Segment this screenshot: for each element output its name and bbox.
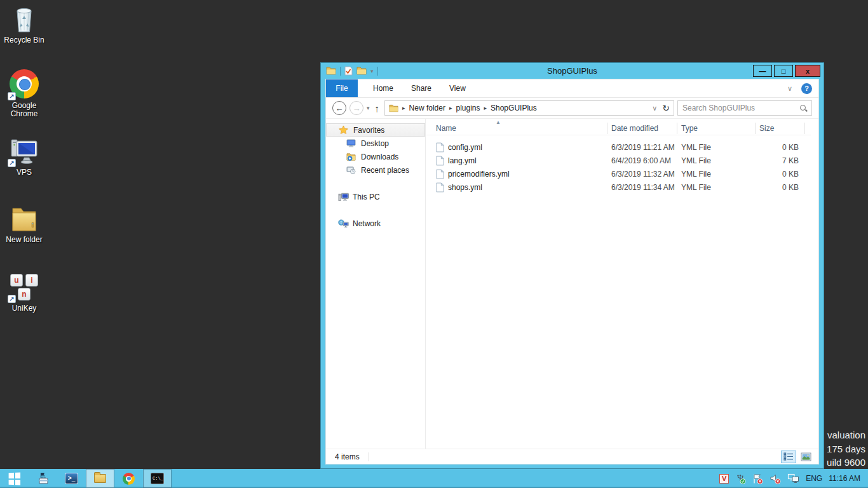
separator — [377, 67, 378, 76]
file-row[interactable]: config.yml 6/3/2019 11:21 AM YML File 0 … — [426, 140, 818, 154]
file-size: 0 KB — [756, 143, 805, 152]
breadcrumb[interactable]: ▸ New folder ▸ plugins ▸ ShopGUIPlus ∨ ↻ — [384, 100, 674, 116]
file-date: 6/3/2019 11:32 AM — [607, 170, 677, 179]
nav-item-recent-places[interactable]: Recent places — [326, 163, 425, 177]
expand-ribbon-icon[interactable]: ∨ — [787, 85, 792, 93]
network-status-icon[interactable] — [787, 473, 799, 484]
items-count: 4 items — [335, 452, 360, 461]
file-name: lang.yml — [448, 156, 477, 165]
ribbon-tab-share[interactable]: Share — [402, 79, 440, 97]
desktop-icon-vps[interactable]: ↗ VPS — [1, 136, 48, 177]
start-button[interactable] — [0, 469, 29, 488]
file-size: 7 KB — [756, 156, 805, 165]
column-header-type[interactable]: Type — [677, 123, 756, 134]
network-icon — [338, 219, 349, 228]
taskbar-command-prompt[interactable]: C:\_ — [143, 469, 172, 488]
search-input[interactable] — [682, 104, 799, 112]
chrome-icon: ↗ — [9, 69, 39, 100]
details-view-button[interactable] — [781, 451, 796, 463]
breadcrumb-arrow-icon: ▸ — [402, 105, 405, 111]
desktop-icon-unikey[interactable]: u i n ↗ UniKey — [1, 272, 48, 313]
language-indicator[interactable]: ENG — [806, 474, 822, 483]
column-header-date-modified[interactable]: Date modified — [607, 123, 677, 134]
desktop-icon-label: UniKey — [1, 304, 48, 313]
minimize-button[interactable]: — — [753, 65, 772, 77]
nav-item-favorites[interactable]: Favorites — [326, 123, 425, 137]
nav-item-this-pc[interactable]: This PC — [326, 190, 425, 203]
breadcrumb-segment[interactable]: ShopGUIPlus — [491, 104, 537, 112]
file-icon — [436, 142, 444, 152]
ribbon-tab-view[interactable]: View — [440, 79, 475, 97]
breadcrumb-segment[interactable]: New folder — [409, 104, 445, 112]
powershell-icon: >_ — [65, 473, 78, 484]
breadcrumb-segment[interactable]: plugins — [456, 104, 480, 112]
sort-ascending-icon: ▲ — [496, 119, 501, 125]
file-name: shops.yml — [448, 183, 482, 192]
file-date: 6/3/2019 11:21 AM — [607, 143, 677, 152]
recent-locations-dropdown-icon[interactable]: ▾ — [367, 105, 370, 111]
refresh-icon[interactable]: ↻ — [662, 103, 670, 113]
taskbar-chrome[interactable] — [114, 469, 143, 488]
star-icon — [339, 125, 349, 135]
file-row[interactable]: lang.yml 6/4/2019 6:00 AM YML File 7 KB — [426, 154, 818, 167]
title-bar[interactable]: ▾ ShopGUIPlus — □ x — [321, 63, 824, 79]
help-icon[interactable]: ? — [801, 83, 812, 94]
file-icon — [436, 182, 444, 193]
quick-access-toolbar: ▾ — [326, 66, 378, 76]
folder-icon — [9, 203, 39, 234]
file-explorer-icon — [94, 474, 106, 483]
ribbon-tab-file[interactable]: File — [326, 79, 358, 97]
ribbon-tab-home[interactable]: Home — [364, 79, 402, 97]
file-type: YML File — [677, 143, 756, 152]
windows-evaluation-watermark: valuation 175 days uild 9600 — [827, 428, 865, 470]
nav-item-downloads[interactable]: Downloads — [326, 150, 425, 163]
search-icon[interactable] — [799, 104, 807, 112]
file-date: 6/3/2019 11:34 AM — [607, 183, 677, 192]
thumbnail-view-button[interactable] — [798, 451, 813, 463]
properties-icon[interactable] — [344, 66, 353, 76]
caption-buttons: — □ x — [753, 65, 820, 77]
nav-item-network[interactable]: Network — [326, 217, 425, 230]
customize-qat-dropdown-icon[interactable]: ▾ — [370, 68, 374, 74]
window-body: File Home Share View ∨ ? ← → ▾ ↑ ▸ New f… — [325, 79, 819, 464]
clock[interactable]: 11:16 AM — [829, 474, 860, 483]
file-row[interactable]: shops.yml 6/3/2019 11:34 AM YML File 0 K… — [426, 180, 818, 194]
file-row[interactable]: pricemodifiers.yml 6/3/2019 11:32 AM YML… — [426, 167, 818, 180]
maximize-button[interactable]: □ — [774, 65, 793, 77]
desktop-icon-label: VPS — [1, 168, 48, 177]
address-folder-icon — [389, 104, 398, 112]
action-center-flag-icon[interactable] — [752, 473, 763, 484]
column-header-size[interactable]: Size — [756, 123, 805, 134]
desktop-icon-new-folder[interactable]: New folder — [1, 203, 48, 244]
address-dropdown-icon[interactable]: ∨ — [652, 104, 657, 112]
taskbar-file-explorer[interactable] — [86, 469, 114, 488]
back-button[interactable]: ← — [332, 101, 346, 115]
breadcrumb-arrow-icon: ▸ — [484, 105, 487, 111]
file-list: ▲ Name Date modified Type Size config.ym… — [426, 119, 818, 449]
close-button[interactable]: x — [795, 65, 820, 77]
window-title: ShopGUIPlus — [321, 66, 824, 76]
nav-item-desktop[interactable]: Desktop — [326, 137, 425, 150]
desktop-icon-google-chrome[interactable]: ↗ Google Chrome — [1, 69, 48, 118]
search-box[interactable] — [677, 100, 812, 116]
volume-muted-icon[interactable] — [770, 473, 781, 484]
column-header-name[interactable]: Name — [426, 123, 607, 134]
up-button[interactable]: ↑ — [373, 103, 382, 114]
file-type: YML File — [677, 183, 756, 192]
file-type: YML File — [677, 156, 756, 165]
new-folder-icon[interactable] — [356, 67, 367, 75]
downloads-icon — [346, 152, 357, 161]
desktop-icon-recycle-bin[interactable]: Recycle Bin — [1, 4, 48, 44]
taskbar-server-manager[interactable] — [29, 469, 57, 488]
usb-safely-remove-icon[interactable] — [735, 473, 746, 484]
system-tray: V ENG 11:16 AM — [719, 469, 868, 488]
desktop-icon-label: Recycle Bin — [1, 36, 48, 44]
ribbon-tab-bar: File Home Share View ∨ ? — [326, 79, 818, 98]
recycle-bin-icon — [9, 4, 39, 34]
forward-button[interactable]: → — [349, 101, 363, 115]
recent-places-icon — [346, 166, 357, 174]
unikey-vietnamese-icon[interactable]: V — [719, 474, 729, 484]
separator — [340, 67, 341, 76]
taskbar-powershell[interactable]: >_ — [57, 469, 86, 488]
desktop-icon-label: Google Chrome — [1, 102, 48, 118]
